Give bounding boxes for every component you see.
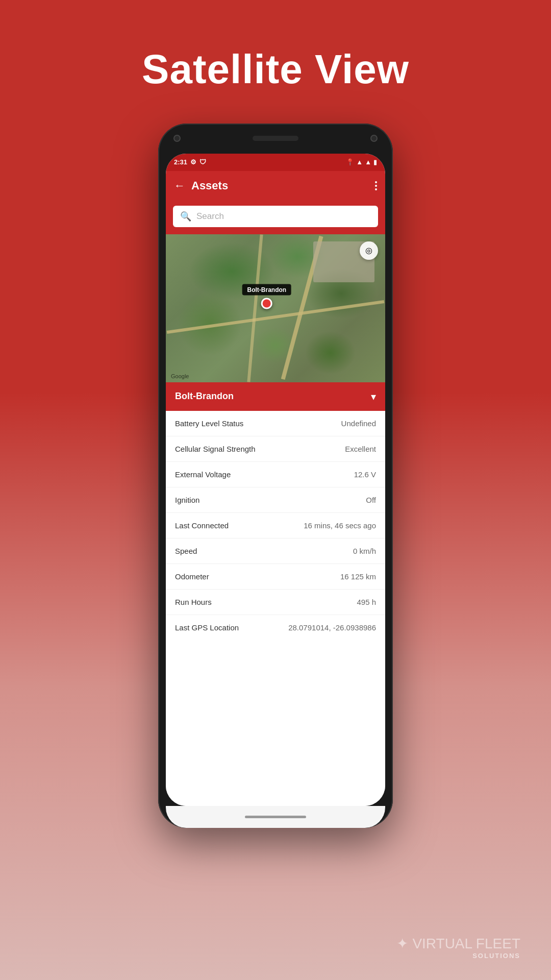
data-label: Cellular Signal Strength [175,445,256,453]
data-value: 16 125 km [340,572,376,581]
search-icon: 🔍 [180,211,191,222]
table-row: External Voltage12.6 V [166,462,385,487]
brand-line2: SOLUTIONS [396,952,520,960]
data-value: Excellent [345,445,376,453]
wifi-icon: ▲ [356,158,363,166]
data-label: Ignition [175,496,199,504]
shield-icon: 🛡 [199,158,206,166]
table-row: Last GPS Location28.0791014, -26.0938986 [166,615,385,640]
status-bar: 2:31 ⚙ 🛡 📍 ▲ ▲ ▮ [166,154,385,171]
table-row: Odometer16 125 km [166,564,385,590]
map-area[interactable]: Bolt-Brandon ◎ Google [166,234,385,382]
map-pin-container[interactable]: Bolt-Brandon [242,284,291,309]
app-bar: ← Assets [166,171,385,201]
back-button[interactable]: ← [174,179,185,192]
status-right: 📍 ▲ ▲ ▮ [346,158,377,166]
data-label: Odometer [175,572,209,581]
more-button[interactable] [375,181,377,190]
more-dot-1 [375,181,377,183]
branding: ✦ VIRTUAL FLEET SOLUTIONS [396,935,520,960]
search-input-wrap[interactable]: 🔍 Search [173,206,378,227]
search-input[interactable]: Search [196,211,224,222]
data-value: 0 km/h [353,547,376,555]
data-label: Battery Level Status [175,419,243,428]
table-row: Run Hours495 h [166,590,385,615]
asset-panel-header[interactable]: Bolt-Brandon ▾ [166,382,385,411]
more-dot-2 [375,185,377,187]
more-dot-3 [375,188,377,190]
status-left: 2:31 ⚙ 🛡 [174,158,206,166]
data-value: 16 mins, 46 secs ago [304,521,376,530]
brand-icon: ✦ VIRTUAL FLEET [396,935,520,952]
data-value: 495 h [357,598,376,606]
page-title: Satellite View [142,46,409,93]
data-label: Last Connected [175,521,229,530]
phone-bottom [166,806,385,828]
data-value: 12.6 V [354,470,376,479]
brand-line1: VIRTUAL FLEET [412,936,520,952]
status-time: 2:31 [174,158,187,166]
table-row: IgnitionOff [166,487,385,513]
search-bar: 🔍 Search [166,201,385,234]
chevron-down-icon[interactable]: ▾ [371,390,376,403]
data-label: Run Hours [175,598,212,606]
map-google-watermark: Google [171,373,189,379]
speaker [253,136,298,141]
asset-panel-name: Bolt-Brandon [175,391,234,402]
phone-top-bar [158,124,393,154]
camera-left [173,135,181,142]
compass-icon: ◎ [365,246,372,255]
map-pin-label: Bolt-Brandon [242,284,291,295]
battery-icon: ▮ [373,158,377,166]
data-table: Battery Level StatusUndefinedCellular Si… [166,411,385,806]
settings-icon: ⚙ [190,158,196,166]
location-icon: 📍 [346,158,354,166]
data-value: Off [366,496,376,504]
data-label: Speed [175,547,197,555]
data-value: Undefined [341,419,376,428]
map-pin-dot [261,298,272,309]
data-value: 28.0791014, -26.0938986 [288,623,376,632]
table-row: Battery Level StatusUndefined [166,411,385,436]
phone-frame: 2:31 ⚙ 🛡 📍 ▲ ▲ ▮ ← Assets 🔍 [158,124,393,828]
signal-icon: ▲ [365,158,371,166]
data-label: Last GPS Location [175,623,239,632]
app-bar-title: Assets [191,179,375,192]
table-row: Speed0 km/h [166,538,385,564]
home-indicator [245,816,306,818]
table-row: Last Connected16 mins, 46 secs ago [166,513,385,538]
table-row: Cellular Signal StrengthExcellent [166,436,385,462]
map-compass[interactable]: ◎ [360,241,378,260]
camera-right [370,135,378,142]
phone-screen: 2:31 ⚙ 🛡 📍 ▲ ▲ ▮ ← Assets 🔍 [166,154,385,806]
data-label: External Voltage [175,470,231,479]
